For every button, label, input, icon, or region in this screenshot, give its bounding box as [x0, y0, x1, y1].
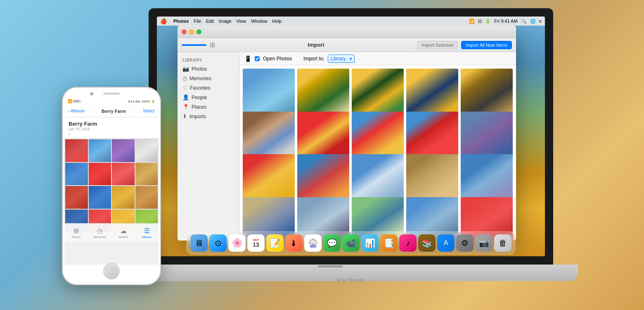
sidebar-places-label: Places	[192, 104, 206, 110]
iphone-photo[interactable]	[65, 186, 88, 209]
toolbar-slider[interactable]	[182, 44, 206, 46]
wifi-status-icon: WiFi	[73, 99, 80, 103]
iphone-photo[interactable]	[89, 139, 111, 162]
menu-edit[interactable]: Edit	[206, 19, 214, 24]
content-area: 📱 Open Photos Import to: Library ▼	[239, 52, 516, 241]
favorites-icon: ♡	[182, 85, 187, 91]
minimize-button[interactable]	[189, 29, 194, 34]
iphone-camera	[90, 92, 93, 95]
sidebar-item-imports[interactable]: ⬇ Imports	[178, 112, 239, 121]
iphone-photo[interactable]	[65, 163, 88, 186]
dock-keynote[interactable]: 📑	[380, 234, 398, 252]
dock-books[interactable]: 📚	[418, 234, 436, 252]
dock-trash[interactable]: 🗑	[494, 234, 511, 252]
iphone-nav-back-label: Albums	[71, 109, 84, 113]
dock-thermometer[interactable]: 🌡	[285, 234, 303, 252]
import-to-select[interactable]: Library	[328, 55, 355, 63]
iphone-album-chevron[interactable]: ›	[69, 132, 154, 136]
places-icon: 📍	[182, 104, 189, 110]
siri-icon[interactable]: 🌐	[530, 19, 536, 24]
sidebar-item-memories[interactable]: ◷ Memories	[178, 74, 239, 83]
menu-help[interactable]: Help	[272, 19, 282, 24]
photos-icon: 📷	[182, 66, 189, 72]
iphone-photo[interactable]	[65, 139, 88, 162]
iphone-album-title: Berry Farm	[69, 121, 154, 127]
import-selected-button[interactable]: Import Selected	[417, 41, 458, 49]
dock-facetime[interactable]: 📹	[342, 234, 360, 252]
dock-settings[interactable]: ⚙	[456, 234, 474, 252]
close-button[interactable]	[182, 29, 187, 34]
iphone-photo[interactable]	[112, 186, 135, 209]
maximize-button[interactable]	[197, 29, 201, 34]
macbook-screen: 🍎 Photos File Edit Image View Window Hel…	[157, 17, 545, 256]
sidebar-memories-label: Memories	[189, 76, 211, 81]
iphone-tab-albums-label: Albums	[142, 236, 152, 238]
dock-appstore[interactable]: A	[437, 234, 455, 252]
open-photos-checkbox[interactable]	[255, 56, 260, 61]
iphone-photo-grid	[64, 138, 159, 233]
iphone: 📶 WiFi 9:41 AM 100% 🔋 ‹ Albums Berry Far…	[62, 87, 161, 285]
sidebar-item-favorites[interactable]: ♡ Favorites	[178, 83, 239, 93]
iphone-photo[interactable]	[135, 186, 158, 209]
iphone-photo[interactable]	[89, 186, 111, 209]
iphone-home-button[interactable]	[103, 263, 120, 279]
sidebar-item-people[interactable]: 👤 People	[178, 93, 239, 102]
iphone-photo[interactable]	[89, 163, 111, 186]
device-icon: 📱	[244, 55, 251, 62]
menu-photos[interactable]: Photos	[173, 19, 189, 24]
iphone-tab-shared[interactable]: ☁ Shared	[111, 227, 135, 238]
dock-messages[interactable]: 💬	[323, 234, 341, 252]
search-icon[interactable]: 🔍	[521, 19, 527, 24]
tab-photos-icon: ⊞	[73, 227, 79, 235]
dock-safari[interactable]: ⊙	[209, 234, 227, 252]
imports-icon: ⬇	[182, 113, 187, 119]
iphone-status-bar: 📶 WiFi 9:41 AM 100% 🔋	[64, 98, 159, 105]
menubar-right: 📶 ⊡ 🔋 Fri 9:41 AM 🔍 🌐 ≡	[469, 19, 542, 24]
open-photos-label: Open Photos	[263, 56, 292, 62]
sidebar-favorites-label: Favorites	[190, 85, 210, 91]
menu-file[interactable]: File	[194, 19, 201, 24]
notification-icon[interactable]: ≡	[539, 19, 542, 24]
apple-menu[interactable]: 🍎	[160, 18, 167, 24]
sidebar-item-photos[interactable]: 📷 Photos	[178, 64, 239, 74]
sidebar-imports-label: Imports	[189, 114, 206, 119]
iphone-tab-photos[interactable]: ⊞ Photos	[64, 227, 88, 238]
menubar: 🍎 Photos File Edit Image View Window Hel…	[157, 17, 545, 26]
iphone-tab-bar: ⊞ Photos ◷ Memories ☁ Shared ☰ Albums	[64, 223, 159, 241]
dock-numbers[interactable]: 📊	[361, 234, 379, 252]
sidebar-photos-label: Photos	[192, 66, 207, 72]
iphone-tab-memories-label: Memories	[93, 236, 106, 238]
iphone-back-button[interactable]: ‹ Albums	[69, 109, 85, 113]
people-icon: 👤	[182, 94, 189, 100]
iphone-screen: 📶 WiFi 9:41 AM 100% 🔋 ‹ Albums Berry Far…	[64, 98, 159, 265]
sidebar-library-label: Library	[178, 56, 239, 64]
iphone-select-button[interactable]: Select	[143, 109, 154, 113]
dock-photos[interactable]: 🌸	[228, 234, 246, 252]
tab-albums-icon: ☰	[144, 227, 150, 235]
iphone-photo[interactable]	[135, 163, 158, 186]
iphone-battery-label: 100%	[142, 100, 150, 103]
iphone-tab-memories[interactable]: ◷ Memories	[88, 227, 111, 238]
dock-photos2[interactable]: 📷	[475, 234, 492, 252]
import-subbar: 📱 Open Photos Import to: Library ▼	[239, 52, 516, 65]
dock-itunes[interactable]: ♪	[399, 234, 417, 252]
iphone-photo[interactable]	[112, 163, 135, 186]
menu-window[interactable]: Window	[251, 19, 267, 24]
import-all-button[interactable]: Import All New Items	[461, 41, 512, 49]
sidebar-people-label: People	[192, 95, 207, 100]
dock-notes[interactable]: 📝	[266, 234, 284, 252]
menu-view[interactable]: View	[237, 19, 246, 24]
iphone-photo[interactable]	[135, 139, 158, 162]
import-to-label: Import to:	[303, 56, 324, 62]
dock-finder[interactable]: 🖥	[190, 234, 208, 252]
iphone-photo[interactable]	[112, 139, 135, 162]
iphone-tab-albums[interactable]: ☰ Albums	[135, 227, 159, 238]
grid-view-icon[interactable]: ⊞	[210, 41, 215, 49]
iphone-nav-title: Berry Farm	[85, 109, 143, 114]
sidebar-item-places[interactable]: 📍 Places	[178, 102, 239, 112]
iphone-tab-photos-label: Photos	[72, 236, 81, 238]
dock-calendar[interactable]: OCT 13	[247, 234, 265, 252]
back-chevron-icon: ‹	[69, 109, 70, 113]
dock-pinwheel[interactable]: 🎡	[304, 234, 322, 252]
menu-image[interactable]: Image	[219, 19, 232, 24]
